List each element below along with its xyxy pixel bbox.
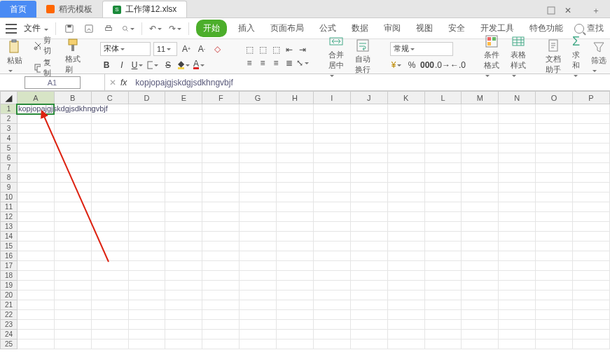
col-header-O[interactable]: O	[536, 92, 573, 104]
doc-helper-button[interactable]: 文档助手	[543, 38, 564, 75]
cell-K9[interactable]	[387, 183, 424, 192]
col-header-L[interactable]: L	[424, 92, 462, 104]
cell-N17[interactable]	[499, 261, 536, 271]
cell-O12[interactable]	[536, 212, 573, 222]
cell-D7[interactable]	[128, 163, 165, 173]
cell-F19[interactable]	[202, 281, 240, 290]
cell-G10[interactable]	[240, 192, 277, 202]
cell-C6[interactable]	[91, 153, 128, 163]
cell-P12[interactable]	[573, 212, 610, 222]
cell-I9[interactable]	[313, 183, 350, 192]
cell-O14[interactable]	[536, 232, 573, 241]
cell-J18[interactable]	[350, 271, 387, 281]
cell-C3[interactable]	[91, 124, 128, 134]
cell-I12[interactable]	[313, 212, 350, 222]
cell-K14[interactable]	[387, 232, 424, 241]
format-painter-button[interactable]: 格式刷	[62, 38, 83, 75]
row-header-17[interactable]: 17	[1, 261, 18, 271]
cell-I6[interactable]	[313, 153, 350, 163]
font-size-combo[interactable]: 11	[153, 42, 177, 56]
col-header-C[interactable]: C	[91, 92, 128, 104]
cell-G13[interactable]	[240, 222, 277, 232]
decrease-decimal-icon[interactable]: ←.0	[452, 59, 464, 71]
cell-K22[interactable]	[387, 310, 424, 320]
cell-P14[interactable]	[573, 232, 610, 241]
cell-G12[interactable]	[240, 212, 277, 222]
cell-P22[interactable]	[573, 310, 610, 320]
cell-N4[interactable]	[499, 134, 536, 144]
cell-P1[interactable]	[573, 104, 610, 114]
cell-C25[interactable]	[91, 340, 128, 349]
align-right-icon[interactable]: ≡	[270, 57, 282, 69]
cell-B17[interactable]	[54, 261, 91, 271]
cell-H23[interactable]	[277, 320, 314, 330]
cell-P5[interactable]	[573, 144, 610, 153]
tab-home[interactable]: 首页	[0, 1, 36, 18]
cell-K1[interactable]	[387, 104, 424, 114]
italic-button[interactable]: I	[116, 59, 128, 71]
cell-J8[interactable]	[350, 173, 387, 183]
cell-D23[interactable]	[128, 320, 165, 330]
row-header-4[interactable]: 4	[1, 134, 18, 144]
cell-P3[interactable]	[573, 124, 610, 134]
cell-D6[interactable]	[128, 153, 165, 163]
font-name-combo[interactable]: 宋体	[100, 42, 151, 56]
cell-K15[interactable]	[387, 241, 424, 251]
cell-F5[interactable]	[202, 144, 240, 153]
cell-G3[interactable]	[240, 124, 277, 134]
cell-M5[interactable]	[462, 144, 499, 153]
cell-M25[interactable]	[462, 340, 499, 349]
cell-L20[interactable]	[424, 290, 462, 300]
cell-E1[interactable]	[165, 104, 202, 114]
tab-new-icon[interactable]: ＋	[589, 4, 603, 18]
cell-L14[interactable]	[424, 232, 462, 241]
cell-N19[interactable]	[499, 281, 536, 290]
cell-K10[interactable]	[387, 192, 424, 202]
cell-H16[interactable]	[277, 251, 314, 261]
cell-E5[interactable]	[165, 144, 202, 153]
cell-F24[interactable]	[202, 330, 240, 340]
cell-F2[interactable]	[202, 114, 240, 124]
cell-L4[interactable]	[424, 134, 462, 144]
cell-J15[interactable]	[350, 241, 387, 251]
cell-F11[interactable]	[202, 202, 240, 212]
tab-menu-icon[interactable]	[544, 4, 558, 18]
cell-O8[interactable]	[536, 173, 573, 183]
cell-B10[interactable]	[54, 192, 91, 202]
cell-P9[interactable]	[573, 183, 610, 192]
cell-D3[interactable]	[128, 124, 165, 134]
cell-L10[interactable]	[424, 192, 462, 202]
cell-I24[interactable]	[313, 330, 350, 340]
cell-L12[interactable]	[424, 212, 462, 222]
cell-F15[interactable]	[202, 241, 240, 251]
cell-P25[interactable]	[573, 340, 610, 349]
cell-F18[interactable]	[202, 271, 240, 281]
cell-A10[interactable]	[17, 192, 54, 202]
cell-O6[interactable]	[536, 153, 573, 163]
cell-B1[interactable]	[54, 104, 91, 114]
col-header-F[interactable]: F	[202, 92, 240, 104]
cell-K17[interactable]	[387, 261, 424, 271]
ribbon-tab-0[interactable]: 开始	[196, 20, 227, 37]
cell-D24[interactable]	[128, 330, 165, 340]
cell-B9[interactable]	[54, 183, 91, 192]
cell-M8[interactable]	[462, 173, 499, 183]
fx-icon[interactable]: fx	[120, 78, 127, 88]
select-all-corner[interactable]: ◢	[1, 92, 18, 104]
cell-E6[interactable]	[165, 153, 202, 163]
cell-I7[interactable]	[313, 163, 350, 173]
tab-workbook[interactable]: S 工作簿12.xlsx	[102, 1, 187, 18]
cell-A1[interactable]	[17, 104, 54, 114]
cell-D21[interactable]	[128, 300, 165, 310]
cell-F8[interactable]	[202, 173, 240, 183]
cell-K23[interactable]	[387, 320, 424, 330]
cell-F10[interactable]	[202, 192, 240, 202]
cell-G21[interactable]	[240, 300, 277, 310]
cell-C15[interactable]	[91, 241, 128, 251]
cell-H7[interactable]	[277, 163, 314, 173]
tab-templates[interactable]: 稻壳模板	[36, 1, 102, 18]
cell-E14[interactable]	[165, 232, 202, 241]
cell-B19[interactable]	[54, 281, 91, 290]
cell-M6[interactable]	[462, 153, 499, 163]
cell-B23[interactable]	[54, 320, 91, 330]
